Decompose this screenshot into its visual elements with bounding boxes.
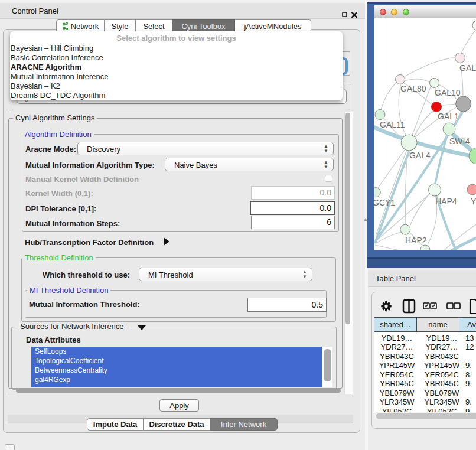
svg-text:HAP4: HAP4 [435, 197, 457, 206]
svg-text:HAP2: HAP2 [405, 236, 427, 245]
svg-text:GAL11: GAL11 [380, 120, 405, 129]
svg-text:GAL1: GAL1 [438, 112, 459, 121]
svg-text:GAL80: GAL80 [400, 84, 426, 93]
svg-text:SWI4: SWI4 [449, 136, 470, 146]
svg-text:Y: Y [471, 197, 476, 206]
svg-text:GCY1: GCY1 [374, 198, 395, 207]
svg-text:GAL10: GAL10 [435, 88, 461, 97]
svg-text:GAL4: GAL4 [409, 151, 431, 160]
svg-text:GAL7: GAL7 [459, 63, 476, 73]
